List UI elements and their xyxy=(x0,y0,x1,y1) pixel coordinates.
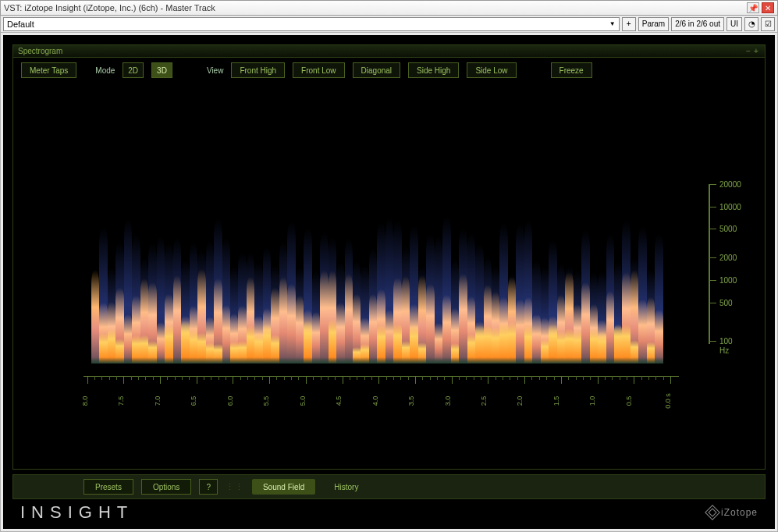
time-tick-label: 1.0 xyxy=(589,396,603,406)
freq-tick-label: 100 xyxy=(719,336,733,345)
meter-taps-button[interactable]: Meter Taps xyxy=(21,62,76,78)
frequency-axis: Hz 2000010000500020001000500100 xyxy=(709,184,710,344)
tab-sound-field[interactable]: Sound Field xyxy=(252,479,315,495)
panel-title: Spectrogram xyxy=(18,47,744,55)
bottom-bar: Presets Options ? ⋮⋮ Sound Field History xyxy=(12,474,766,499)
time-axis-labels: 8.07.57.06.56.05.55.04.54.03.53.02.52.01… xyxy=(83,394,679,408)
time-tick-label: 2.5 xyxy=(480,396,494,406)
bypass-button[interactable]: ◔ xyxy=(744,17,758,31)
options-button[interactable]: Options xyxy=(141,479,191,495)
view-side-low-button[interactable]: Side Low xyxy=(467,62,516,78)
pin-icon[interactable]: 📌 xyxy=(747,2,759,13)
panel-header: Spectrogram − + xyxy=(13,45,765,58)
time-tick-label: 6.5 xyxy=(190,396,204,406)
freq-tick-label: 10000 xyxy=(719,202,741,211)
grip-dots-icon: ⋮⋮ xyxy=(226,482,244,492)
time-tick-label: 7.0 xyxy=(154,396,168,406)
view-label: View xyxy=(207,66,224,75)
chevron-down-icon: ▼ xyxy=(609,20,616,27)
freq-tick-label: 500 xyxy=(719,298,733,307)
spectrogram-view[interactable]: Hz 2000010000500020001000500100 8.07.57.… xyxy=(13,83,765,469)
freq-tick-label: 2000 xyxy=(719,254,737,262)
time-tick-label: 1.5 xyxy=(552,396,567,406)
host-toolbar: Default ▼ + Param 2/6 in 2/6 out UI ◔ ☑ xyxy=(0,16,778,33)
spectrogram-panel: Spectrogram − + Meter Taps Mode 2D 3D Vi… xyxy=(12,44,766,470)
view-side-high-button[interactable]: Side High xyxy=(408,62,459,78)
tab-history[interactable]: History xyxy=(323,479,369,495)
mode-3d-button[interactable]: 3D xyxy=(151,62,172,78)
time-axis-ticks xyxy=(87,376,671,387)
vendor-name: iZotope xyxy=(721,507,758,518)
preset-select[interactable]: Default ▼ xyxy=(3,17,620,31)
presets-button[interactable]: Presets xyxy=(83,479,133,495)
izotope-icon xyxy=(705,505,720,520)
time-tick-label: 5.5 xyxy=(263,396,277,406)
add-preset-button[interactable]: + xyxy=(622,17,636,31)
plugin-frame: Spectrogram − + Meter Taps Mode 2D 3D Vi… xyxy=(3,35,775,529)
param-button[interactable]: Param xyxy=(638,17,669,31)
plugin-host-area: Spectrogram − + Meter Taps Mode 2D 3D Vi… xyxy=(0,33,778,532)
vendor-logo: iZotope xyxy=(707,507,758,518)
product-logo: INSIGHT xyxy=(20,502,133,523)
freq-tick-label: 5000 xyxy=(719,225,737,233)
time-tick-label: 0.5 xyxy=(625,396,639,406)
window-titlebar: VST: iZotope Insight (iZotope, Inc.) (6c… xyxy=(0,0,778,16)
io-routing-button[interactable]: 2/6 in 2/6 out xyxy=(671,17,724,31)
panel-toolbar: Meter Taps Mode 2D 3D View Front High Fr… xyxy=(13,58,765,83)
time-tick-label: 3.0 xyxy=(444,396,458,406)
freq-tick-label: 1000 xyxy=(719,276,737,285)
freeze-button[interactable]: Freeze xyxy=(551,62,592,78)
close-button[interactable]: ✕ xyxy=(762,2,774,13)
time-tick-label: 6.0 xyxy=(226,396,240,406)
ui-mode-button[interactable]: UI xyxy=(726,17,742,31)
time-tick-label: 5.0 xyxy=(299,396,313,406)
panel-collapse-plus[interactable]: + xyxy=(752,47,760,55)
time-tick-label: 4.5 xyxy=(335,396,349,406)
panel-collapse-minus[interactable]: − xyxy=(744,47,752,55)
time-tick-label: 0.0 s xyxy=(664,393,678,409)
frequency-unit: Hz xyxy=(719,346,729,355)
view-diagonal-button[interactable]: Diagonal xyxy=(353,62,400,78)
plugin-footer: INSIGHT iZotope xyxy=(12,499,766,526)
view-front-high-button[interactable]: Front High xyxy=(231,62,285,78)
spectrogram-surface xyxy=(91,200,663,364)
time-tick-label: 4.0 xyxy=(371,396,385,406)
freq-tick-label: 20000 xyxy=(719,180,741,189)
preset-value: Default xyxy=(7,20,34,29)
time-tick-label: 7.5 xyxy=(118,396,132,406)
time-tick-label: 2.0 xyxy=(517,396,531,406)
time-tick-label: 8.0 xyxy=(81,396,95,406)
window-title: VST: iZotope Insight (iZotope, Inc.) (6c… xyxy=(4,3,747,12)
time-tick-label: 3.5 xyxy=(407,396,421,406)
view-front-low-button[interactable]: Front Low xyxy=(293,62,344,78)
help-button[interactable]: ? xyxy=(199,479,218,495)
mode-label: Mode xyxy=(95,66,115,75)
enable-checkbox[interactable]: ☑ xyxy=(761,17,775,31)
mode-2d-button[interactable]: 2D xyxy=(123,62,144,78)
